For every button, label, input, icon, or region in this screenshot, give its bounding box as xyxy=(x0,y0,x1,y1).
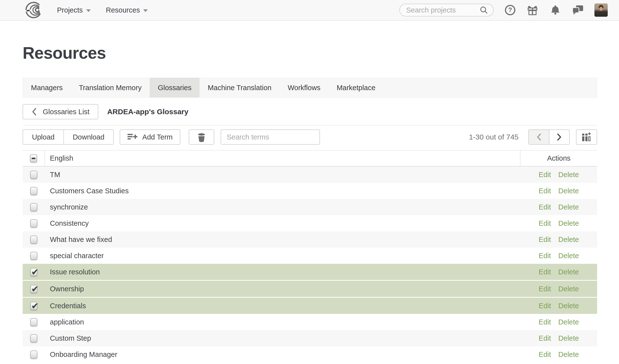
tab-glossaries[interactable]: Glossaries xyxy=(150,78,200,98)
edit-link[interactable]: Edit xyxy=(539,268,551,276)
term-text: special character xyxy=(45,252,520,260)
row-checkbox[interactable]: ✔ xyxy=(30,236,37,244)
help-icon[interactable]: ? xyxy=(504,4,516,16)
edit-link[interactable]: Edit xyxy=(539,285,551,293)
delete-link[interactable]: Delete xyxy=(558,285,579,293)
edit-link[interactable]: Edit xyxy=(539,171,551,179)
edit-link[interactable]: Edit xyxy=(539,318,551,326)
edit-link[interactable]: Edit xyxy=(539,187,551,195)
glossary-toolbar: Upload Download Add Term xyxy=(23,129,597,145)
trash-icon xyxy=(196,131,207,143)
table-row[interactable]: ✔ What have we fixed Edit Delete xyxy=(23,231,597,248)
tab-label: Managers xyxy=(31,84,63,92)
primary-nav: Projects Resources xyxy=(57,6,148,14)
edit-link[interactable]: Edit xyxy=(539,350,551,359)
delete-link[interactable]: Delete xyxy=(558,171,579,179)
search-icon[interactable] xyxy=(479,6,488,14)
app-logo-icon[interactable] xyxy=(25,1,42,19)
project-search-input[interactable] xyxy=(406,6,479,14)
edit-link[interactable]: Edit xyxy=(539,252,551,260)
delete-link[interactable]: Delete xyxy=(558,350,579,359)
main-content: Resources ManagersTranslation MemoryGlos… xyxy=(0,43,619,363)
table-row[interactable]: ✔ Consistency Edit Delete xyxy=(23,215,597,231)
terms-table: English Actions ✔ TM Edit Delete xyxy=(23,150,597,363)
select-all-checkbox[interactable] xyxy=(30,154,37,162)
nav-menu-projects[interactable]: Projects xyxy=(57,6,91,14)
download-button[interactable]: Download xyxy=(63,130,113,144)
row-checkbox[interactable]: ✔ xyxy=(30,203,37,211)
tab-label: Marketplace xyxy=(337,84,375,92)
term-text: Ownership xyxy=(45,285,520,293)
table-row[interactable]: ✔ Ownership Edit Delete xyxy=(23,280,597,297)
tab-label: Glossaries xyxy=(158,84,191,92)
delete-link[interactable]: Delete xyxy=(558,236,579,244)
chevron-left-icon xyxy=(536,133,542,141)
column-header-actions: Actions xyxy=(520,151,597,166)
term-search-input[interactable] xyxy=(221,129,320,145)
edit-link[interactable]: Edit xyxy=(539,302,551,310)
table-row[interactable]: ✔ special character Edit Delete xyxy=(23,248,597,264)
edit-link[interactable]: Edit xyxy=(539,219,551,227)
tab-managers[interactable]: Managers xyxy=(23,78,71,98)
divider xyxy=(23,125,597,126)
chevron-right-icon xyxy=(556,133,562,141)
term-text: Issue resolution xyxy=(45,268,520,276)
tab-marketplace[interactable]: Marketplace xyxy=(329,78,384,98)
delete-link[interactable]: Delete xyxy=(558,187,579,195)
row-checkbox[interactable]: ✔ xyxy=(30,268,37,276)
delete-link[interactable]: Delete xyxy=(558,334,579,342)
tab-translation-memory[interactable]: Translation Memory xyxy=(71,78,150,98)
row-checkbox[interactable]: ✔ xyxy=(30,171,37,179)
edit-link[interactable]: Edit xyxy=(539,334,551,342)
row-checkbox[interactable]: ✔ xyxy=(30,187,37,195)
chat-icon[interactable] xyxy=(572,4,584,16)
upload-button[interactable]: Upload xyxy=(23,130,63,144)
manage-columns-button[interactable] xyxy=(576,129,597,145)
term-text: synchronize xyxy=(45,203,520,211)
nav-menu-resources[interactable]: Resources xyxy=(106,6,148,14)
pagination-range: 1-30 out of 745 xyxy=(469,133,518,141)
table-row[interactable]: ✔ Customers Case Studies Edit Delete xyxy=(23,183,597,199)
chevron-left-icon xyxy=(31,108,37,116)
row-checkbox[interactable]: ✔ xyxy=(30,285,37,293)
tab-workflows[interactable]: Workflows xyxy=(280,78,329,98)
edit-link[interactable]: Edit xyxy=(539,236,551,244)
tab-machine-translation[interactable]: Machine Translation xyxy=(200,78,280,98)
table-row[interactable]: ✔ synchronize Edit Delete xyxy=(23,199,597,215)
gift-icon[interactable] xyxy=(527,4,539,16)
delete-selected-button[interactable] xyxy=(189,129,214,145)
row-checkbox[interactable]: ✔ xyxy=(30,318,37,326)
add-list-icon xyxy=(128,133,138,141)
table-row[interactable]: ✔ application Edit Delete xyxy=(23,314,597,330)
bell-icon[interactable] xyxy=(549,4,561,16)
next-page-button[interactable] xyxy=(549,130,569,144)
table-row[interactable]: ✔ Custom Step Edit Delete xyxy=(23,330,597,346)
table-row[interactable]: ✔ Onboarding Manager Edit Delete xyxy=(23,346,597,363)
table-row[interactable]: ✔ TM Edit Delete xyxy=(23,167,597,183)
nav-menu-label: Projects xyxy=(57,6,83,14)
glossaries-list-back-button[interactable]: Glossaries List xyxy=(23,104,98,119)
term-text: Consistency xyxy=(45,219,520,227)
row-checkbox[interactable]: ✔ xyxy=(30,350,37,359)
term-text: What have we fixed xyxy=(45,236,520,244)
row-checkbox[interactable]: ✔ xyxy=(30,252,37,260)
prev-page-button[interactable] xyxy=(529,130,549,144)
glossary-name: ARDEA-app's Glossary xyxy=(107,108,188,116)
delete-link[interactable]: Delete xyxy=(558,318,579,326)
delete-link[interactable]: Delete xyxy=(558,219,579,227)
table-row[interactable]: ✔ Issue resolution Edit Delete xyxy=(23,264,597,280)
delete-link[interactable]: Delete xyxy=(558,302,579,310)
edit-link[interactable]: Edit xyxy=(539,203,551,211)
add-term-button[interactable]: Add Term xyxy=(120,129,181,145)
delete-link[interactable]: Delete xyxy=(558,252,579,260)
row-checkbox[interactable]: ✔ xyxy=(30,334,37,342)
row-checkbox[interactable]: ✔ xyxy=(30,219,37,227)
delete-link[interactable]: Delete xyxy=(558,268,579,276)
table-row[interactable]: ✔ Credentials Edit Delete xyxy=(23,297,597,314)
term-text: application xyxy=(45,318,520,326)
row-checkbox[interactable]: ✔ xyxy=(30,302,37,310)
delete-link[interactable]: Delete xyxy=(558,203,579,211)
term-text: Credentials xyxy=(45,302,520,310)
table-body: ✔ TM Edit Delete ✔ Customers Case Studi xyxy=(23,167,597,363)
avatar[interactable] xyxy=(594,3,608,17)
